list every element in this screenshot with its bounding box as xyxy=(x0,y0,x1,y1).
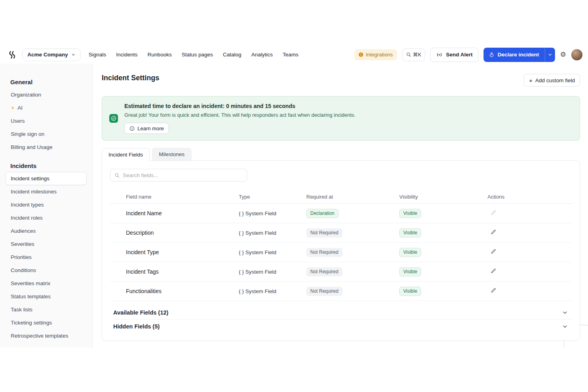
required-at-badge: Not Required xyxy=(306,228,342,238)
search-fields-input[interactable] xyxy=(123,172,243,178)
send-alert-label: Send Alert xyxy=(446,52,472,58)
declare-incident-label: Declare incident xyxy=(497,52,539,58)
hidden-fields-label: Hidden Fields (5) xyxy=(113,323,160,330)
declare-incident-icon xyxy=(489,52,494,58)
company-selector[interactable]: Acme Company xyxy=(22,48,81,61)
sidebar-item-incident-milestones[interactable]: Incident milestones xyxy=(6,185,87,198)
send-alert-button[interactable]: Send Alert xyxy=(430,48,478,62)
visibility-badge: Visible xyxy=(399,287,421,296)
tab-milestones[interactable]: Milestones xyxy=(152,148,191,160)
visibility-badge: Visible xyxy=(399,267,421,276)
edit-icon[interactable] xyxy=(491,288,496,293)
declare-incident-button[interactable]: Declare incident xyxy=(484,48,544,62)
edit-icon[interactable] xyxy=(491,249,496,254)
sidebar-item-ai[interactable]: ✦ AI xyxy=(6,101,87,114)
settings-sidebar: General Organization ✦ AI Users Single s… xyxy=(0,64,93,348)
info-icon xyxy=(130,126,135,131)
available-fields-section[interactable]: Available Fields (12) xyxy=(113,306,572,319)
nav-link-runbooks[interactable]: Runbooks xyxy=(147,52,172,58)
required-at-badge: Declaration xyxy=(306,209,338,218)
sidebar-item-organization[interactable]: Organization xyxy=(6,88,87,101)
sidebar-item-ticketing-settings[interactable]: Ticketing settings xyxy=(6,316,87,329)
nav-link-teams[interactable]: Teams xyxy=(283,52,299,58)
sidebar-item-severities-matrix[interactable]: Severities matrix xyxy=(6,277,87,290)
banner-body: Great job! Your form is quick and effici… xyxy=(124,112,356,118)
field-name: Incident Tags xyxy=(126,268,239,275)
edit-icon[interactable] xyxy=(491,210,496,215)
add-custom-field-button[interactable]: + Add custom field xyxy=(524,74,580,87)
table-header: Field name Type Required at Visibility A… xyxy=(110,190,572,204)
chevron-down-icon[interactable] xyxy=(562,324,568,329)
table-row: Incident Tags { } System Field Not Requi… xyxy=(110,262,572,282)
sidebar-item-task-lists[interactable]: Task lists xyxy=(6,303,87,316)
nav-link-catalog[interactable]: Catalog xyxy=(223,52,242,58)
table-row: Functionalities { } System Field Not Req… xyxy=(110,282,572,301)
incident-fields-card: Field name Type Required at Visibility A… xyxy=(102,160,580,341)
sparkles-icon: ✦ xyxy=(11,106,15,110)
edit-icon[interactable] xyxy=(491,229,496,235)
global-search[interactable]: ⌘K xyxy=(402,48,426,61)
navbar-actions: Integrations ⌘K Send Alert xyxy=(354,48,582,62)
settings-gear-icon[interactable]: ⚙ xyxy=(560,51,566,58)
required-at-badge: Not Required xyxy=(306,287,342,296)
column-visibility: Visibility xyxy=(399,194,487,200)
column-required-at: Required at xyxy=(306,194,399,200)
collapsed-sections: Available Fields (12) Hidden Fields (5) xyxy=(110,306,572,333)
sidebar-item-severities[interactable]: Severities xyxy=(6,238,87,251)
table-row: Description { } System Field Not Require… xyxy=(110,223,572,243)
visibility-badge: Visible xyxy=(399,248,421,257)
sidebar-item-single-sign-on[interactable]: Single sign on xyxy=(6,127,87,141)
field-type: { } System Field xyxy=(239,210,306,216)
user-avatar[interactable] xyxy=(571,49,582,60)
search-shortcut: ⌘K xyxy=(413,52,422,58)
sidebar-item-users[interactable]: Users xyxy=(6,114,87,127)
learn-more-button[interactable]: Learn more xyxy=(124,123,169,134)
available-fields-label: Available Fields (12) xyxy=(113,309,168,316)
nav-link-analytics[interactable]: Analytics xyxy=(251,52,273,58)
learn-more-label: Learn more xyxy=(137,126,164,131)
integrations-status-badge[interactable]: Integrations xyxy=(354,49,397,60)
field-type: { } System Field xyxy=(239,249,306,255)
nav-link-signals[interactable]: Signals xyxy=(89,52,106,58)
sidebar-item-incident-types[interactable]: Incident types xyxy=(6,198,87,211)
column-type: Type xyxy=(239,194,306,200)
field-type: { } System Field xyxy=(239,269,306,275)
main-content: Incident Settings + Add custom field Est… xyxy=(93,64,588,348)
search-fields-box xyxy=(110,169,247,182)
edit-icon[interactable] xyxy=(491,268,496,274)
plus-icon: + xyxy=(529,77,532,83)
nav-link-incidents[interactable]: Incidents xyxy=(116,52,137,58)
search-icon xyxy=(406,52,411,57)
visibility-badge: Visible xyxy=(399,209,421,218)
tab-bar: Incident Fields Milestones xyxy=(102,148,580,160)
add-custom-field-label: Add custom field xyxy=(535,77,575,83)
sidebar-item-retrospective-templates[interactable]: Retrospective templates xyxy=(6,329,87,342)
info-filled-icon xyxy=(358,52,364,57)
sidebar-item-incident-settings[interactable]: Incident settings xyxy=(6,172,87,185)
check-circle-icon xyxy=(109,114,118,123)
incident-logo-icon[interactable] xyxy=(6,50,17,60)
field-type: { } System Field xyxy=(239,288,306,294)
broadcast-icon xyxy=(436,52,443,57)
sidebar-section-general: General xyxy=(0,75,92,88)
nav-link-status-pages[interactable]: Status pages xyxy=(182,52,213,58)
tab-incident-fields[interactable]: Incident Fields xyxy=(102,148,150,161)
field-type: { } System Field xyxy=(239,230,306,236)
sidebar-item-incident-roles[interactable]: Incident roles xyxy=(6,211,87,224)
field-name: Functionalities xyxy=(126,288,239,294)
hidden-fields-section[interactable]: Hidden Fields (5) xyxy=(113,319,572,333)
sidebar-item-audiences[interactable]: Audiences xyxy=(6,224,87,238)
chevron-down-icon[interactable] xyxy=(562,310,568,315)
sidebar-item-billing-and-usage[interactable]: Billing and Usage xyxy=(6,141,87,154)
column-actions: Actions xyxy=(487,194,572,200)
declare-incident-menu-button[interactable] xyxy=(545,48,555,62)
chevron-down-icon xyxy=(548,52,552,57)
top-navbar: Acme Company Signals Incidents Runbooks … xyxy=(0,46,588,64)
column-field-name: Field name xyxy=(126,194,239,200)
primary-nav: Signals Incidents Runbooks Status pages … xyxy=(89,52,298,58)
sidebar-item-status-templates[interactable]: Status templates xyxy=(6,290,87,303)
sidebar-item-conditions[interactable]: Conditions xyxy=(6,264,87,277)
sidebar-item-priorities[interactable]: Priorities xyxy=(6,251,87,264)
field-name: Incident Type xyxy=(126,249,239,255)
sidebar-section-incidents: Incidents xyxy=(0,159,92,172)
